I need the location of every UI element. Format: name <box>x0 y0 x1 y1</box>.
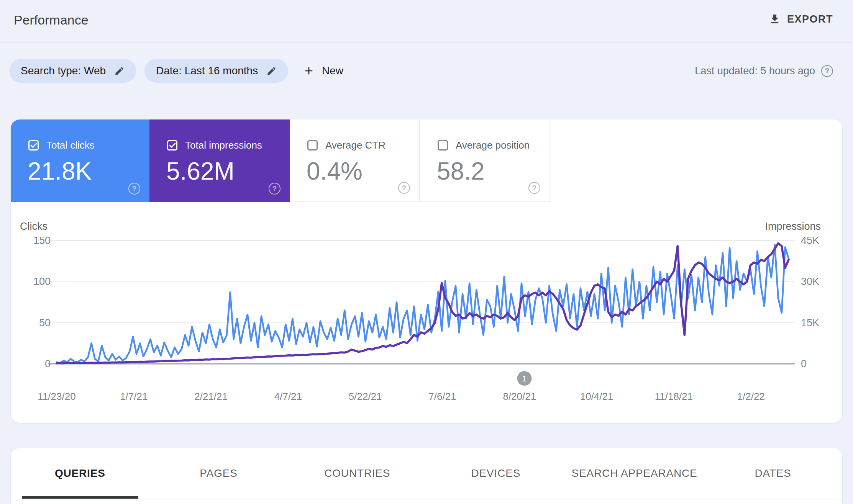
search-type-filter-label: Search type: Web <box>21 65 106 77</box>
last-updated: Last updated: 5 hours ago ? <box>695 59 833 83</box>
active-tab-underline <box>22 496 138 499</box>
metric-value: 5.62M <box>166 157 235 185</box>
metric-help[interactable]: ? <box>269 183 281 195</box>
svg-text:2/21/21: 2/21/21 <box>194 391 228 402</box>
performance-chart-card: Total clicks 21.8K ? Total impressions 5… <box>11 119 842 423</box>
metric-value: 58.2 <box>437 157 485 185</box>
new-filter-button[interactable]: New <box>303 59 343 83</box>
help-icon: ? <box>528 182 540 194</box>
metric-value: 21.8K <box>28 157 92 185</box>
tab-label: DATES <box>755 467 791 479</box>
svg-text:15K: 15K <box>801 317 819 329</box>
metric-tile-total-clicks[interactable]: Total clicks 21.8K ? <box>11 119 149 202</box>
tab-label: QUERIES <box>55 467 105 479</box>
metric-label: Average CTR <box>325 139 385 151</box>
svg-text:45K: 45K <box>801 235 819 246</box>
tab-pages[interactable]: PAGES <box>149 448 288 499</box>
export-label: EXPORT <box>787 13 833 25</box>
tabs-divider <box>11 499 842 499</box>
svg-text:1: 1 <box>522 374 527 383</box>
check-icon <box>30 141 37 148</box>
metric-value: 0.4% <box>307 157 363 185</box>
tab-label: PAGES <box>200 467 237 479</box>
help-icon: ? <box>398 182 410 194</box>
edit-icon[interactable] <box>114 66 125 76</box>
date-filter-label: Date: Last 16 months <box>156 65 258 77</box>
tab-label: SEARCH APPEARANCE <box>572 467 697 479</box>
help-icon: ? <box>269 183 281 195</box>
tab-devices[interactable]: DEVICES <box>426 448 565 499</box>
metric-help[interactable]: ? <box>128 183 140 195</box>
page-header: Performance EXPORT <box>0 0 853 43</box>
svg-text:Clicks: Clicks <box>20 221 48 232</box>
tab-countries[interactable]: COUNTRIES <box>288 448 426 499</box>
total-impressions-checkbox[interactable] <box>167 140 177 151</box>
svg-text:0: 0 <box>45 358 51 370</box>
dimension-tabs: QUERIES PAGES COUNTRIES DEVICES SEARCH A… <box>11 448 842 499</box>
svg-text:30K: 30K <box>801 276 819 287</box>
tab-label: DEVICES <box>471 467 521 479</box>
dimension-tabs-card: QUERIES PAGES COUNTRIES DEVICES SEARCH A… <box>11 448 842 504</box>
tab-dates[interactable]: DATES <box>704 448 842 499</box>
svg-text:8/20/21: 8/20/21 <box>503 391 536 402</box>
svg-text:50: 50 <box>39 317 51 329</box>
last-updated-text: Last updated: 5 hours ago <box>695 65 815 77</box>
metric-help[interactable]: ? <box>528 182 540 194</box>
download-icon <box>769 13 781 25</box>
metric-tile-total-impressions[interactable]: Total impressions 5.62M ? <box>149 119 290 202</box>
metric-tiles: Total clicks 21.8K ? Total impressions 5… <box>11 119 842 202</box>
annotation-marker[interactable]: 1 <box>517 371 531 386</box>
help-icon[interactable]: ? <box>821 65 833 77</box>
average-position-checkbox[interactable] <box>438 140 448 151</box>
search-type-filter-chip[interactable]: Search type: Web <box>9 59 136 83</box>
svg-text:0: 0 <box>801 358 807 370</box>
svg-text:4/7/21: 4/7/21 <box>274 391 302 402</box>
export-button[interactable]: EXPORT <box>769 13 833 25</box>
tab-label: COUNTRIES <box>324 467 390 479</box>
check-icon <box>169 141 176 148</box>
header-divider <box>0 43 853 43</box>
svg-text:10/4/21: 10/4/21 <box>580 391 614 402</box>
svg-text:11/18/21: 11/18/21 <box>655 391 693 402</box>
svg-text:150: 150 <box>33 235 51 246</box>
date-filter-chip[interactable]: Date: Last 16 months <box>144 59 288 83</box>
svg-text:100: 100 <box>33 276 51 287</box>
svg-text:11/23/20: 11/23/20 <box>38 391 75 402</box>
svg-text:1/7/21: 1/7/21 <box>120 391 148 402</box>
svg-text:Impressions: Impressions <box>765 221 821 232</box>
performance-chart[interactable]: 005015K10030K15045KClicksImpressions11/2… <box>11 214 842 423</box>
metric-label: Total impressions <box>185 139 262 151</box>
metric-label: Total clicks <box>46 139 95 151</box>
metric-help[interactable]: ? <box>398 182 410 194</box>
metric-tile-average-ctr[interactable]: Average CTR 0.4% ? <box>290 119 420 202</box>
page-title: Performance <box>14 13 89 28</box>
new-filter-label: New <box>322 65 343 77</box>
tab-queries[interactable]: QUERIES <box>11 448 149 499</box>
plus-icon <box>303 65 315 77</box>
help-icon: ? <box>128 183 140 195</box>
svg-text:1/2/22: 1/2/22 <box>737 391 765 402</box>
svg-text:7/6/21: 7/6/21 <box>428 391 456 402</box>
total-clicks-checkbox[interactable] <box>28 140 39 151</box>
tab-search-appearance[interactable]: SEARCH APPEARANCE <box>565 448 704 499</box>
svg-text:5/22/21: 5/22/21 <box>349 391 382 402</box>
edit-icon[interactable] <box>266 66 277 76</box>
metric-label: Average position <box>456 139 530 151</box>
metric-tile-average-position[interactable]: Average position 58.2 ? <box>420 119 550 202</box>
average-ctr-checkbox[interactable] <box>307 140 318 151</box>
